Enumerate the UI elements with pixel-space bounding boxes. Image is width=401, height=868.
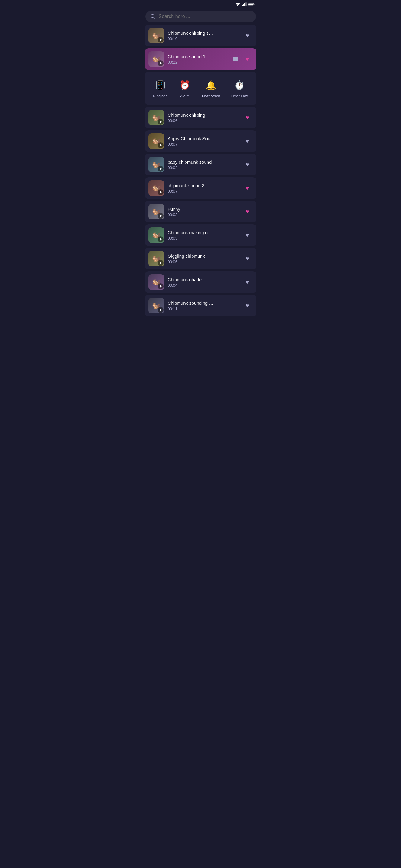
set-as-grid: 📳 Ringtone ⏰ Alarm 🔔 Notification ⏱️ Tim… (148, 76, 254, 101)
ringtone-icon: 📳 (153, 79, 167, 92)
heart-icon: ♥ (246, 161, 249, 168)
track-item[interactable]: 🐿️ baby chipmunk sound 00:02 ♥ (145, 154, 256, 176)
heart-icon: ♥ (246, 208, 249, 215)
favorite-button[interactable]: ♥ (242, 230, 253, 241)
play-icon (157, 307, 164, 313)
track-info: Funny 00:03 (168, 207, 238, 217)
favorite-button[interactable]: ♥ (242, 112, 253, 123)
stop-button[interactable] (230, 54, 241, 64)
heart-icon: ♥ (246, 138, 249, 145)
svg-rect-7 (248, 3, 253, 5)
signal-icon (242, 2, 247, 6)
svg-rect-2 (243, 4, 244, 6)
search-bar[interactable] (145, 11, 256, 22)
timerplay-icon: ⏱️ (233, 79, 246, 92)
play-icon (157, 236, 164, 242)
favorite-button[interactable]: ♥ (242, 253, 253, 264)
track-info: Chipmunk chirping s… 00:10 (168, 30, 238, 41)
play-icon (157, 166, 164, 172)
favorite-button[interactable]: ♥ (242, 206, 253, 217)
set-as-alarm-button[interactable]: ⏰ Alarm (176, 76, 194, 101)
track-name: Chipmunk chatter (168, 277, 238, 282)
favorite-button[interactable]: ♥ (242, 277, 253, 287)
track-item[interactable]: 🐿️ Chipmunk sounding … 00:11 ♥ (145, 295, 256, 316)
action-buttons: ♥ (230, 54, 253, 64)
track-item[interactable]: 🐿️ Chipmunk chatter 00:04 ♥ (145, 271, 256, 293)
track-duration: 00:07 (168, 142, 238, 147)
stop-icon (233, 57, 238, 61)
play-icon (157, 260, 164, 266)
play-icon (157, 283, 164, 289)
track-info: chipmunk sound 2 00:07 (168, 183, 238, 193)
svg-rect-6 (254, 4, 254, 5)
track-duration: 00:06 (168, 119, 238, 123)
status-bar (142, 0, 259, 8)
track-item[interactable]: 🐿️ Angry Chipmunk Sou… 00:07 ♥ (145, 130, 256, 152)
play-icon (157, 60, 164, 66)
track-info: Giggling chipmunk 00:06 (168, 253, 238, 264)
track-thumbnail: 🐿️ (148, 157, 164, 173)
track-name: Funny (168, 207, 238, 212)
track-thumbnail: 🐿️ (148, 227, 164, 243)
alarm-icon: ⏰ (178, 79, 192, 92)
track-thumbnail: 🐿️ (148, 204, 164, 219)
heart-icon: ♥ (246, 255, 249, 262)
favorite-button[interactable]: ♥ (242, 183, 253, 193)
search-input[interactable] (159, 14, 251, 19)
track-info: Chipmunk chatter 00:04 (168, 277, 238, 287)
track-item[interactable]: 🐿️ Giggling chipmunk 00:06 ♥ (145, 248, 256, 270)
heart-icon: ♥ (246, 56, 249, 63)
track-item-playing[interactable]: 🐿️ Chipmunk sound 1 00:22 ♥ (145, 48, 256, 70)
notification-label: Notification (202, 94, 220, 98)
battery-icon (248, 2, 255, 6)
track-item[interactable]: 🐿️ chipmunk sound 2 00:07 ♥ (145, 177, 256, 199)
track-name: Chipmunk chirping s… (168, 30, 238, 36)
track-duration: 00:11 (168, 307, 238, 311)
track-duration: 00:07 (168, 189, 238, 193)
favorite-button[interactable]: ♥ (242, 300, 253, 311)
track-info: Chipmunk sound 1 00:22 (168, 54, 226, 64)
set-as-panel: 📳 Ringtone ⏰ Alarm 🔔 Notification ⏱️ Tim… (145, 72, 256, 105)
svg-line-9 (153, 18, 155, 19)
track-item[interactable]: 🐿️ Chipmunk chirping 00:06 ♥ (145, 107, 256, 128)
heart-icon: ♥ (246, 185, 249, 192)
status-icons (235, 2, 255, 6)
set-as-timerplay-button[interactable]: ⏱️ Timer Play (228, 76, 251, 101)
track-name: Chipmunk sound 1 (168, 54, 226, 59)
track-name: Chipmunk making n… (168, 230, 238, 235)
track-thumbnail: 🐿️ (148, 28, 164, 43)
track-duration: 00:10 (168, 36, 238, 41)
track-duration: 00:22 (168, 60, 226, 64)
play-icon (157, 213, 164, 219)
track-thumbnail: 🐿️ (148, 251, 164, 267)
track-info: Chipmunk chirping 00:06 (168, 113, 238, 123)
search-icon (150, 14, 156, 19)
play-icon (157, 142, 164, 148)
track-duration: 00:03 (168, 213, 238, 217)
track-duration: 00:04 (168, 283, 238, 287)
track-info: Chipmunk sounding … 00:11 (168, 301, 238, 311)
track-item[interactable]: 🐿️ Chipmunk making n… 00:03 ♥ (145, 224, 256, 246)
track-thumbnail: 🐿️ (148, 110, 164, 125)
track-name: Chipmunk chirping (168, 113, 238, 118)
track-item[interactable]: 🐿️ Funny 00:03 ♥ (145, 201, 256, 222)
track-thumbnail: 🐿️ (148, 133, 164, 149)
track-item[interactable]: 🐿️ Chipmunk chirping s… 00:10 ♥ (145, 25, 256, 46)
timerplay-label: Timer Play (231, 94, 248, 98)
track-info: Angry Chipmunk Sou… 00:07 (168, 136, 238, 147)
favorite-button[interactable]: ♥ (242, 30, 253, 41)
set-as-notification-button[interactable]: 🔔 Notification (200, 76, 222, 101)
svg-point-0 (237, 5, 238, 6)
favorite-button[interactable]: ♥ (242, 135, 253, 147)
svg-rect-1 (242, 5, 242, 6)
set-as-ringtone-button[interactable]: 📳 Ringtone (150, 76, 170, 101)
heart-icon: ♥ (246, 279, 249, 286)
notification-icon: 🔔 (205, 79, 218, 92)
track-thumbnail: 🐿️ (148, 298, 164, 313)
heart-icon: ♥ (246, 32, 249, 39)
favorite-button[interactable]: ♥ (242, 54, 253, 64)
favorite-button[interactable]: ♥ (242, 159, 253, 170)
track-name: Chipmunk sounding … (168, 301, 238, 306)
track-duration: 00:03 (168, 236, 238, 241)
play-icon (157, 189, 164, 195)
